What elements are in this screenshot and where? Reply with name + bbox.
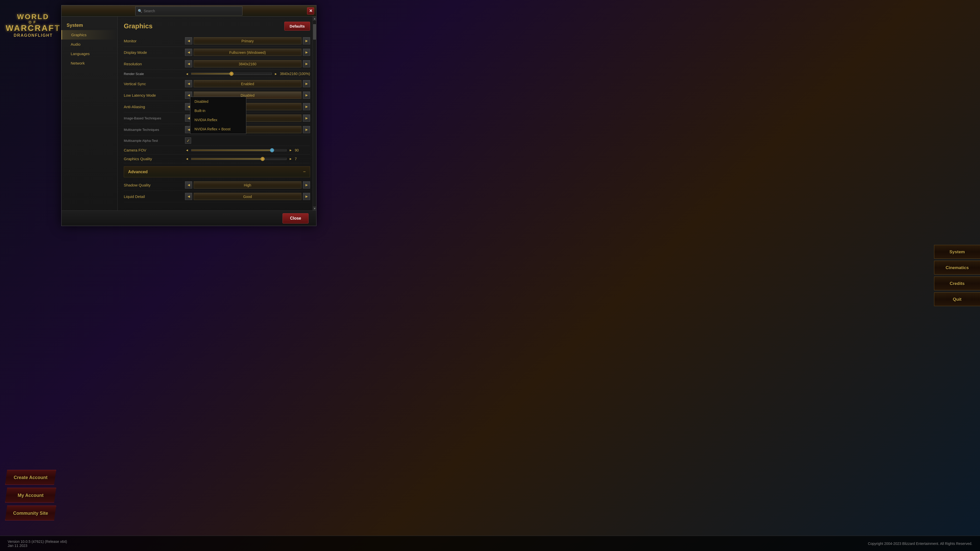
setting-control-render-scale: ◀ ▶ 3840x2160 (100%) bbox=[185, 72, 310, 76]
render-scale-track[interactable] bbox=[191, 73, 272, 75]
scroll-indicator: ▲ ▼ bbox=[313, 17, 316, 210]
shadow-quality-value: High bbox=[194, 181, 301, 189]
render-scale-value: 3840x2160 (100%) bbox=[280, 72, 310, 76]
nav-item-network[interactable]: Network bbox=[62, 59, 118, 68]
low-latency-option-disabled[interactable]: Disabled bbox=[190, 97, 246, 106]
multisample-next-button[interactable]: ▶ bbox=[303, 126, 310, 133]
vertical-sync-prev-button[interactable]: ◀ bbox=[185, 80, 192, 87]
graphics-quality-fill bbox=[191, 158, 262, 160]
nav-section-system: System bbox=[62, 21, 118, 30]
low-latency-next-button[interactable]: ▶ bbox=[303, 92, 310, 99]
setting-label-shadow-quality: Shadow Quality bbox=[124, 183, 185, 187]
camera-fov-fill bbox=[191, 149, 272, 151]
search-input[interactable] bbox=[135, 6, 242, 16]
liquid-detail-next-button[interactable]: ▶ bbox=[303, 193, 310, 200]
camera-fov-track[interactable] bbox=[191, 149, 286, 151]
render-scale-increase[interactable]: ▶ bbox=[274, 72, 278, 76]
advanced-toggle-icon: − bbox=[303, 169, 306, 175]
setting-row-render-scale: Render Scale ◀ ▶ 3840x2160 (100%) bbox=[124, 70, 310, 78]
setting-label-graphics-quality: Graphics Quality bbox=[124, 157, 185, 161]
setting-row-low-latency: Low Latency Mode ◀ Disabled ▶ Disabled B… bbox=[124, 89, 310, 101]
shadow-quality-prev-button[interactable]: ◀ bbox=[185, 181, 192, 189]
scroll-thumb[interactable] bbox=[313, 24, 316, 40]
search-icon: 🔍 bbox=[138, 9, 142, 13]
defaults-button[interactable]: Defaults bbox=[284, 22, 310, 30]
close-button[interactable]: Close bbox=[283, 213, 309, 224]
scroll-up-button[interactable]: ▲ bbox=[313, 17, 316, 21]
setting-row-resolution: Resolution ◀ 3840x2160 ▶ bbox=[124, 58, 310, 70]
setting-label-low-latency: Low Latency Mode bbox=[124, 93, 185, 97]
setting-control-display-mode: ◀ Fullscreen (Windowed) ▶ bbox=[185, 49, 310, 56]
low-latency-option-builtin[interactable]: Built-in bbox=[190, 106, 246, 115]
low-latency-option-nvidia-reflex[interactable]: NVIDIA Reflex bbox=[190, 115, 246, 124]
render-scale-decrease[interactable]: ◀ bbox=[185, 72, 189, 76]
setting-control-shadow-quality: ◀ High ▶ bbox=[185, 181, 310, 189]
checkbox-check-icon: ✓ bbox=[186, 138, 190, 143]
setting-label-liquid-detail: Liquid Detail bbox=[124, 194, 185, 199]
display-mode-next-button[interactable]: ▶ bbox=[303, 49, 310, 56]
graphics-quality-decrease[interactable]: ◀ bbox=[185, 157, 189, 161]
setting-label-render-scale: Render Scale bbox=[124, 72, 185, 76]
liquid-detail-value: Good bbox=[194, 193, 301, 200]
resolution-next-button[interactable]: ▶ bbox=[303, 60, 310, 67]
monitor-next-button[interactable]: ▶ bbox=[303, 37, 310, 44]
shadow-quality-next-button[interactable]: ▶ bbox=[303, 181, 310, 189]
anti-aliasing-next-button[interactable]: ▶ bbox=[303, 103, 310, 110]
camera-fov-increase[interactable]: ▶ bbox=[289, 148, 293, 152]
monitor-prev-button[interactable]: ◀ bbox=[185, 37, 192, 44]
setting-control-camera-fov: ◀ ▶ 90 bbox=[185, 148, 310, 152]
setting-row-vertical-sync: Vertical Sync ◀ Enabled ▶ bbox=[124, 78, 310, 89]
dialog-overlay: 🔍 ✕ System Graphics Audio Languages Netw… bbox=[0, 0, 980, 551]
setting-row-display-mode: Display Mode ◀ Fullscreen (Windowed) ▶ bbox=[124, 47, 310, 58]
multisample-alpha-checkbox[interactable]: ✓ bbox=[185, 138, 191, 144]
setting-label-display-mode: Display Mode bbox=[124, 50, 185, 55]
dialog-titlebar: 🔍 ✕ bbox=[62, 5, 316, 17]
scroll-down-button[interactable]: ▼ bbox=[313, 206, 316, 210]
setting-label-image-based: Image-Based Techniques bbox=[124, 116, 185, 120]
setting-control-resolution: ◀ 3840x2160 ▶ bbox=[185, 60, 310, 67]
camera-fov-value: 90 bbox=[295, 148, 310, 152]
content-title: Graphics bbox=[124, 22, 153, 30]
setting-control-graphics-quality: ◀ ▶ 7 bbox=[185, 157, 310, 161]
setting-label-multisample-alpha: Multisample Alpha-Test bbox=[124, 139, 185, 143]
display-mode-prev-button[interactable]: ◀ bbox=[185, 49, 192, 56]
setting-label-multisample: Multisample Techniques bbox=[124, 128, 185, 132]
camera-fov-decrease[interactable]: ◀ bbox=[185, 148, 189, 152]
image-based-next-button[interactable]: ▶ bbox=[303, 114, 310, 122]
nav-item-audio[interactable]: Audio bbox=[62, 40, 118, 49]
dialog-body: System Graphics Audio Languages Network … bbox=[62, 17, 316, 210]
setting-row-liquid-detail: Liquid Detail ◀ Good ▶ bbox=[124, 191, 310, 202]
dialog-content: Graphics Defaults Monitor ◀ Primary ▶ bbox=[118, 17, 316, 210]
render-scale-slider-container: ◀ ▶ 3840x2160 (100%) bbox=[185, 72, 310, 76]
low-latency-dropdown: Disabled Built-in NVIDIA Reflex NVIDIA R… bbox=[190, 97, 246, 134]
graphics-quality-increase[interactable]: ▶ bbox=[289, 157, 293, 161]
low-latency-option-nvidia-reflex-boost[interactable]: NVIDIA Reflex + Boost bbox=[190, 124, 246, 134]
setting-control-multisample-alpha: ✓ bbox=[185, 138, 310, 144]
render-scale-thumb[interactable] bbox=[229, 72, 234, 76]
vertical-sync-next-button[interactable]: ▶ bbox=[303, 80, 310, 87]
vertical-sync-value: Enabled bbox=[194, 80, 301, 87]
liquid-detail-prev-button[interactable]: ◀ bbox=[185, 193, 192, 200]
graphics-quality-track[interactable] bbox=[191, 158, 286, 160]
advanced-section-header[interactable]: Advanced − bbox=[124, 166, 310, 177]
system-dialog: 🔍 ✕ System Graphics Audio Languages Netw… bbox=[61, 5, 317, 226]
nav-item-languages[interactable]: Languages bbox=[62, 49, 118, 59]
setting-control-liquid-detail: ◀ Good ▶ bbox=[185, 193, 310, 200]
setting-control-vertical-sync: ◀ Enabled ▶ bbox=[185, 80, 310, 87]
setting-row-multisample-alpha: Multisample Alpha-Test ✓ bbox=[124, 135, 310, 146]
setting-label-camera-fov: Camera FOV bbox=[124, 148, 185, 152]
setting-control-monitor: ◀ Primary ▶ bbox=[185, 37, 310, 44]
display-mode-value: Fullscreen (Windowed) bbox=[194, 49, 301, 56]
dialog-close-button[interactable]: ✕ bbox=[307, 7, 314, 14]
resolution-prev-button[interactable]: ◀ bbox=[185, 60, 192, 67]
nav-item-graphics[interactable]: Graphics bbox=[62, 30, 118, 40]
graphics-quality-value: 7 bbox=[295, 157, 310, 161]
monitor-value: Primary bbox=[194, 37, 301, 44]
content-header: Graphics Defaults bbox=[124, 22, 310, 30]
setting-label-monitor: Monitor bbox=[124, 39, 185, 43]
camera-fov-slider-container: ◀ ▶ 90 bbox=[185, 148, 310, 152]
graphics-quality-thumb[interactable] bbox=[261, 157, 265, 161]
camera-fov-thumb[interactable] bbox=[270, 148, 274, 152]
resolution-value: 3840x2160 bbox=[194, 60, 301, 67]
setting-label-anti-aliasing: Anti-Aliasing bbox=[124, 105, 185, 109]
